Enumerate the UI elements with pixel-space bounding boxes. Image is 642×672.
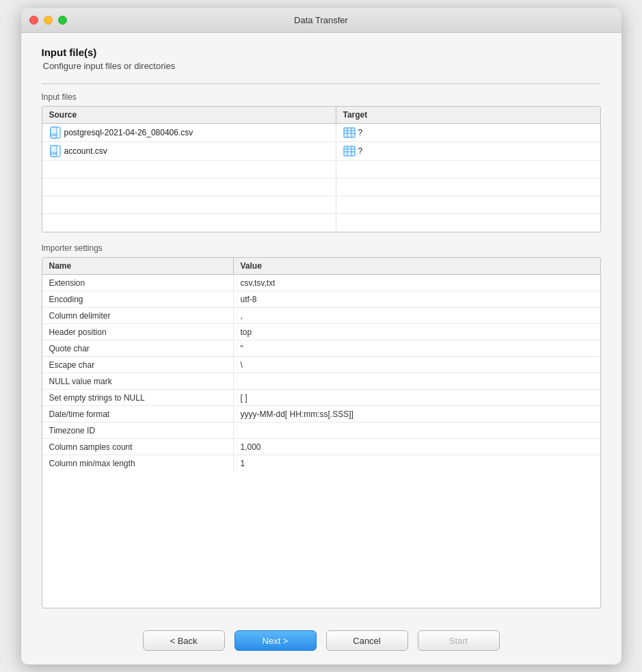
footer: < Back Next > Cancel Start bbox=[21, 619, 621, 664]
settings-scroll-area[interactable]: Extensioncsv,tsv,txtEncodingutf-8Column … bbox=[42, 275, 600, 608]
minimize-button[interactable] bbox=[44, 16, 53, 25]
empty-row bbox=[42, 161, 600, 178]
window-content: Input file(s) Configure input files or d… bbox=[21, 33, 621, 619]
input-files-table-header: Source Target bbox=[42, 107, 600, 124]
setting-value: 1 bbox=[234, 455, 600, 472]
empty-target bbox=[336, 161, 600, 178]
setting-name: Escape char bbox=[42, 357, 234, 373]
settings-row[interactable]: Extensioncsv,tsv,txt bbox=[42, 275, 600, 291]
target-cell-2: ? bbox=[336, 142, 600, 160]
table-db-icon-2 bbox=[343, 145, 356, 157]
window-controls bbox=[29, 16, 67, 25]
table-row[interactable]: CSV postgresql-2021-04-26_080406.csv bbox=[42, 124, 600, 142]
page-title: Input file(s) bbox=[42, 46, 601, 58]
csv-file-icon: CSV bbox=[49, 126, 62, 139]
settings-row[interactable]: Quote char" bbox=[42, 340, 600, 357]
empty-source bbox=[42, 196, 336, 213]
maximize-button[interactable] bbox=[58, 16, 67, 25]
empty-row bbox=[42, 214, 600, 232]
setting-value: " bbox=[234, 340, 600, 356]
title-bar: Data Transfer bbox=[21, 8, 621, 33]
settings-row[interactable]: Column delimiter, bbox=[42, 308, 600, 324]
setting-value: top bbox=[234, 324, 600, 340]
svg-rect-3 bbox=[344, 128, 355, 137]
target-value-2: ? bbox=[358, 146, 363, 156]
page-subtitle: Configure input files or directories bbox=[42, 61, 601, 71]
input-files-section: Input files Source Target CSV bbox=[42, 92, 601, 232]
settings-row[interactable]: Escape char\ bbox=[42, 357, 600, 373]
setting-value: 1,000 bbox=[234, 439, 600, 455]
target-cell-1: ? bbox=[336, 124, 600, 142]
back-button[interactable]: < Back bbox=[143, 630, 225, 651]
target-column-header: Target bbox=[336, 107, 600, 123]
table-row[interactable]: CSV account.csv bbox=[42, 142, 600, 161]
main-window: Data Transfer Input file(s) Configure in… bbox=[21, 8, 621, 664]
setting-value: utf-8 bbox=[234, 291, 600, 307]
svg-rect-11 bbox=[344, 146, 355, 156]
svg-text:CSV: CSV bbox=[51, 133, 57, 137]
empty-source bbox=[42, 178, 336, 196]
importer-settings-label: Importer settings bbox=[42, 243, 601, 253]
setting-value: yyyy-MM-dd[ HH:mm:ss[.SSS]] bbox=[234, 406, 600, 422]
table-db-icon-1 bbox=[343, 126, 356, 139]
input-files-label: Input files bbox=[42, 92, 601, 102]
setting-value: \ bbox=[234, 357, 600, 373]
empty-target bbox=[336, 214, 600, 232]
setting-value bbox=[234, 373, 600, 389]
importer-settings-section: Importer settings Name Value Extensioncs… bbox=[42, 243, 601, 608]
empty-target bbox=[336, 178, 600, 196]
setting-name: Column min/max length bbox=[42, 455, 234, 472]
settings-table: Name Value Extensioncsv,tsv,txtEncodingu… bbox=[42, 257, 601, 608]
setting-name: Column samples count bbox=[42, 439, 234, 455]
setting-value: , bbox=[234, 308, 600, 323]
cancel-button[interactable]: Cancel bbox=[326, 630, 408, 651]
name-column-header: Name bbox=[42, 258, 234, 274]
empty-row bbox=[42, 178, 600, 196]
source-column-header: Source bbox=[42, 107, 336, 123]
settings-row[interactable]: Encodingutf-8 bbox=[42, 291, 600, 308]
setting-name: Extension bbox=[42, 275, 234, 291]
settings-row[interactable]: NULL value mark bbox=[42, 373, 600, 390]
settings-row[interactable]: Set empty strings to NULL[ ] bbox=[42, 390, 600, 406]
empty-source bbox=[42, 161, 336, 178]
setting-name: Date/time format bbox=[42, 406, 234, 422]
setting-name: Header position bbox=[42, 324, 234, 340]
settings-row[interactable]: Timezone ID bbox=[42, 422, 600, 439]
setting-name: Quote char bbox=[42, 340, 234, 356]
setting-name: Encoding bbox=[42, 291, 234, 307]
settings-row[interactable]: Date/time formatyyyy-MM-dd[ HH:mm:ss[.SS… bbox=[42, 406, 600, 422]
setting-name: Set empty strings to NULL bbox=[42, 390, 234, 405]
window-title: Data Transfer bbox=[294, 15, 348, 25]
setting-value bbox=[234, 422, 600, 438]
source-cell-1: CSV postgresql-2021-04-26_080406.csv bbox=[42, 124, 336, 142]
start-button: Start bbox=[418, 630, 500, 651]
settings-row[interactable]: Column samples count1,000 bbox=[42, 439, 600, 455]
value-column-header: Value bbox=[234, 258, 600, 274]
setting-name: Column delimiter bbox=[42, 308, 234, 323]
source-filename-2: account.csv bbox=[64, 146, 107, 156]
page-header: Input file(s) Configure input files or d… bbox=[42, 46, 601, 71]
empty-source bbox=[42, 214, 336, 232]
svg-text:CSV: CSV bbox=[51, 151, 57, 155]
setting-name: Timezone ID bbox=[42, 422, 234, 438]
settings-table-header: Name Value bbox=[42, 258, 600, 275]
empty-row bbox=[42, 196, 600, 214]
target-value-1: ? bbox=[358, 128, 363, 137]
input-files-table: Source Target CSV postgresql-2021- bbox=[42, 106, 601, 232]
empty-target bbox=[336, 196, 600, 213]
empty-rows bbox=[42, 161, 600, 232]
source-cell-2: CSV account.csv bbox=[42, 142, 336, 160]
close-button[interactable] bbox=[29, 16, 38, 25]
setting-name: NULL value mark bbox=[42, 373, 234, 389]
setting-value: [ ] bbox=[234, 390, 600, 405]
setting-value: csv,tsv,txt bbox=[234, 275, 600, 291]
csv-file-icon-2: CSV bbox=[49, 145, 62, 157]
header-divider bbox=[42, 83, 601, 84]
settings-row[interactable]: Column min/max length1 bbox=[42, 455, 600, 472]
source-filename-1: postgresql-2021-04-26_080406.csv bbox=[64, 128, 193, 137]
next-button[interactable]: Next > bbox=[235, 630, 317, 651]
settings-row[interactable]: Header positiontop bbox=[42, 324, 600, 340]
